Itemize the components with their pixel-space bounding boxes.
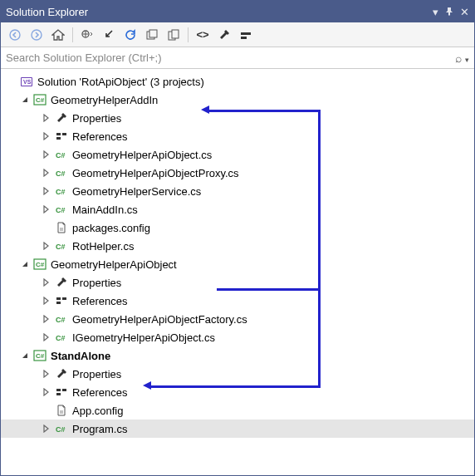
tree-label: Solution 'RotApiObject' (3 projects) [37,76,204,88]
annotation-line [318,110,321,387]
collapse-all-button[interactable] [143,26,161,44]
file-node[interactable]: App.config [1,401,474,420]
scope-button[interactable] [78,26,96,44]
csproj-icon: C# [32,349,47,362]
window-title: Solution Explorer [6,6,88,18]
svg-rect-8 [241,37,247,39]
cs-icon: C# [54,239,69,253]
toolbar-separator [72,27,73,42]
file-node[interactable]: C#GeometryHelperApiObject.cs [1,145,474,164]
project-node[interactable]: C#GeometryHelperAddIn [1,91,474,109]
tree-label: GeometryHelperApiObjectProxy.cs [72,167,239,179]
tree-label: GeometryHelperApiObjectFactory.cs [72,313,247,326]
properties-button[interactable] [215,26,233,44]
tree-label: packages.config [72,222,150,234]
solution-node[interactable]: VSSolution 'RotApiObject' (3 projects) [1,72,474,91]
annotation-arrow-icon [201,106,209,114]
csproj-icon: C# [32,93,47,106]
dropdown-icon[interactable]: ▾ [433,6,438,18]
svg-rect-4 [149,30,157,37]
expand-icon[interactable] [41,313,52,325]
expand-icon[interactable] [41,277,52,288]
config-icon [54,404,69,417]
expand-icon[interactable] [41,149,52,160]
svg-text:C#: C# [56,316,66,324]
preview-button[interactable] [237,26,255,44]
tree-label: References [72,130,127,143]
svg-rect-7 [241,32,251,35]
file-node[interactable]: References [1,127,474,145]
svg-rect-25 [62,297,66,300]
expand-icon[interactable] [41,112,52,124]
view-code-button[interactable]: <> [193,26,212,44]
refs-icon [54,294,69,307]
tree-label: Properties [72,112,121,125]
file-node[interactable]: C#GeometryHelperService.cs [1,182,474,200]
window-buttons: ▾ ✕ [433,6,469,18]
svg-text:C#: C# [56,169,66,178]
expand-icon[interactable] [41,368,52,380]
project-node[interactable]: C#StandAlone [1,346,474,365]
refresh-button[interactable] [121,26,140,44]
expand-icon[interactable] [41,240,52,252]
show-all-files-button[interactable] [164,26,183,44]
svg-point-0 [10,30,20,40]
file-node[interactable]: Properties [1,365,474,383]
csproj-icon: C# [32,258,47,271]
tree-label: StandAlone [51,350,110,362]
file-node[interactable]: packages.config [1,218,474,237]
refs-icon [54,130,69,143]
cs-icon: C# [54,312,69,326]
annotation-line [208,110,318,112]
svg-rect-6 [172,30,179,38]
forward-button[interactable] [27,26,46,44]
sync-button[interactable] [100,26,118,44]
file-node[interactable]: C#IGeometryHelperApiObject.cs [1,328,474,346]
svg-rect-32 [62,389,66,391]
solution-tree: VSSolution 'RotApiObject' (3 projects)C#… [1,69,474,438]
annotation-arrow-icon [143,381,151,390]
cs-icon: C# [54,166,69,179]
svg-text:C#: C# [36,261,45,268]
tree-label: References [72,386,127,399]
expand-icon[interactable] [41,386,52,398]
file-node[interactable]: References [1,292,474,310]
tree-label: Properties [72,368,121,380]
expand-icon[interactable] [41,331,52,343]
svg-rect-15 [62,133,66,135]
close-icon[interactable]: ✕ [460,6,469,18]
file-node[interactable]: C#RotHelper.cs [1,237,474,255]
expand-icon[interactable] [41,204,52,215]
expand-icon[interactable] [19,94,31,106]
search-bar[interactable]: ⌕ ▾ [1,47,474,69]
expand-icon[interactable] [41,295,52,307]
project-node[interactable]: C#GeometryHelperApiObject [1,255,474,273]
file-node[interactable]: C#Program.cs [1,420,474,438]
svg-point-1 [32,30,42,40]
cs-icon: C# [54,148,69,161]
search-icon[interactable]: ⌕ ▾ [455,52,469,65]
tree-label: GeometryHelperApiObject [51,258,177,271]
svg-text:C#: C# [56,151,66,159]
expand-icon[interactable] [19,258,31,270]
file-node[interactable]: C#MainAddIn.cs [1,200,474,218]
svg-text:C#: C# [56,206,66,214]
back-button[interactable] [6,26,24,44]
tree-label: GeometryHelperService.cs [72,185,201,198]
expand-icon[interactable] [41,185,52,197]
toolbar: <> [1,22,474,47]
cs-icon: C# [54,203,69,216]
expand-icon[interactable] [41,423,52,434]
svg-rect-31 [56,389,61,391]
tree-label: RotHelper.cs [72,240,134,253]
svg-text:C#: C# [36,96,45,104]
file-node[interactable]: C#GeometryHelperApiObjectProxy.cs [1,164,474,182]
home-button[interactable] [49,26,67,44]
search-input[interactable] [6,52,455,64]
pin-icon[interactable] [445,6,453,18]
expand-icon[interactable] [19,350,31,361]
svg-rect-24 [56,297,61,300]
file-node[interactable]: C#GeometryHelperApiObjectFactory.cs [1,310,474,328]
expand-icon[interactable] [41,167,52,179]
expand-icon[interactable] [41,130,52,142]
